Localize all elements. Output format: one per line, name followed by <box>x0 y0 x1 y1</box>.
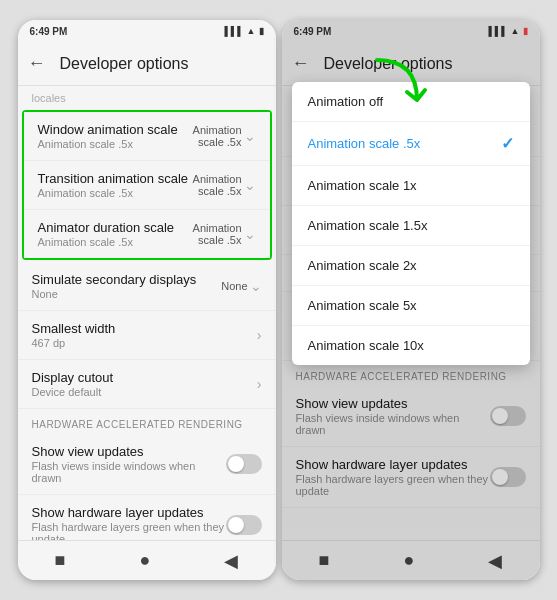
display-cutout-title-left: Display cutout <box>32 370 257 385</box>
window-animation-item[interactable]: Window animation scale Animation scale .… <box>24 112 270 161</box>
animator-duration-title: Animator duration scale <box>38 220 193 235</box>
show-hardware-layer-item-left[interactable]: Show hardware layer updates Flash hardwa… <box>18 495 276 540</box>
transition-animation-subtitle: Animation scale .5x <box>38 187 193 199</box>
display-cutout-chevron-left: › <box>257 376 262 392</box>
wifi-icon: ▲ <box>247 26 256 36</box>
transition-animation-value: Animationscale .5x ⌄ <box>193 173 256 197</box>
smallest-width-chevron: › <box>257 327 262 343</box>
dropdown-item-05x-label: Animation scale .5x <box>308 136 421 151</box>
smallest-width-subtitle: 467 dp <box>32 337 257 349</box>
right-phone: 6:49 PM ▌▌▌ ▲ ▮ ← Developer options loca… <box>282 20 540 580</box>
dropdown-item-5x[interactable]: Animation scale 5x <box>292 286 530 326</box>
nav-circle-left[interactable]: ● <box>139 550 150 571</box>
phones-container: 6:49 PM ▌▌▌ ▲ ▮ ← Developer options loca… <box>12 14 546 586</box>
secondary-displays-title: Simulate secondary displays <box>32 272 222 287</box>
animator-duration-chevron: ⌄ <box>244 226 256 242</box>
display-cutout-item-left[interactable]: Display cutout Device default › <box>18 360 276 409</box>
battery-icon: ▮ <box>259 26 264 36</box>
window-animation-title: Window animation scale <box>38 122 193 137</box>
transition-animation-title: Transition animation scale <box>38 171 193 186</box>
animator-duration-value: Animationscale .5x ⌄ <box>193 222 256 246</box>
show-hardware-layer-toggle-left[interactable] <box>226 515 262 535</box>
back-button-left[interactable]: ← <box>28 53 46 74</box>
status-time-left: 6:49 PM <box>30 26 68 37</box>
animation-dropdown[interactable]: Animation off Animation scale .5x ✓ Anim… <box>292 82 530 365</box>
dropdown-item-2x-label: Animation scale 2x <box>308 258 417 273</box>
secondary-displays-subtitle: None <box>32 288 222 300</box>
signal-icon: ▌▌▌ <box>224 26 243 36</box>
content-left: locales Window animation scale Animation… <box>18 86 276 540</box>
nav-square-left[interactable]: ■ <box>55 550 66 571</box>
dropdown-item-15x-label: Animation scale 1.5x <box>308 218 428 233</box>
animator-duration-item[interactable]: Animator duration scale Animation scale … <box>24 210 270 258</box>
window-animation-subtitle: Animation scale .5x <box>38 138 193 150</box>
show-hardware-layer-title-left: Show hardware layer updates <box>32 505 226 520</box>
show-view-updates-item-left[interactable]: Show view updates Flash views inside win… <box>18 434 276 495</box>
status-icons-left: ▌▌▌ ▲ ▮ <box>224 26 263 36</box>
hardware-section-label-left: HARDWARE ACCELERATED RENDERING <box>18 409 276 434</box>
display-cutout-subtitle-left: Device default <box>32 386 257 398</box>
green-arrow-icon <box>357 50 437 120</box>
transition-animation-chevron: ⌄ <box>244 177 256 193</box>
smallest-width-title: Smallest width <box>32 321 257 336</box>
show-view-updates-toggle-left[interactable] <box>226 454 262 474</box>
dropdown-item-2x[interactable]: Animation scale 2x <box>292 246 530 286</box>
dropdown-item-1x[interactable]: Animation scale 1x <box>292 166 530 206</box>
animation-settings-group: Window animation scale Animation scale .… <box>22 110 272 260</box>
check-icon: ✓ <box>501 134 514 153</box>
window-animation-chevron: ⌄ <box>244 128 256 144</box>
show-view-updates-title-left: Show view updates <box>32 444 226 459</box>
dropdown-item-1x-label: Animation scale 1x <box>308 178 417 193</box>
nav-back-left[interactable]: ◀ <box>224 550 238 572</box>
nav-bar-left: ■ ● ◀ <box>18 540 276 580</box>
dropdown-item-5x-label: Animation scale 5x <box>308 298 417 313</box>
dropdown-item-05x[interactable]: Animation scale .5x ✓ <box>292 122 530 166</box>
dropdown-item-10x-label: Animation scale 10x <box>308 338 424 353</box>
animator-duration-subtitle: Animation scale .5x <box>38 236 193 248</box>
show-hardware-layer-subtitle-left: Flash hardware layers green when they up… <box>32 521 226 540</box>
secondary-displays-item[interactable]: Simulate secondary displays None None ⌄ <box>18 262 276 311</box>
locales-label: locales <box>18 86 276 108</box>
smallest-width-item[interactable]: Smallest width 467 dp › <box>18 311 276 360</box>
left-phone: 6:49 PM ▌▌▌ ▲ ▮ ← Developer options loca… <box>18 20 276 580</box>
status-bar-left: 6:49 PM ▌▌▌ ▲ ▮ <box>18 20 276 42</box>
transition-animation-item[interactable]: Transition animation scale Animation sca… <box>24 161 270 210</box>
dropdown-item-15x[interactable]: Animation scale 1.5x <box>292 206 530 246</box>
top-bar-left: ← Developer options <box>18 42 276 86</box>
secondary-displays-value: None ⌄ <box>221 278 261 294</box>
show-view-updates-subtitle-left: Flash views inside windows when drawn <box>32 460 226 484</box>
page-title-left: Developer options <box>60 55 189 73</box>
dropdown-item-10x[interactable]: Animation scale 10x <box>292 326 530 365</box>
window-animation-value: Animationscale .5x ⌄ <box>193 124 256 148</box>
